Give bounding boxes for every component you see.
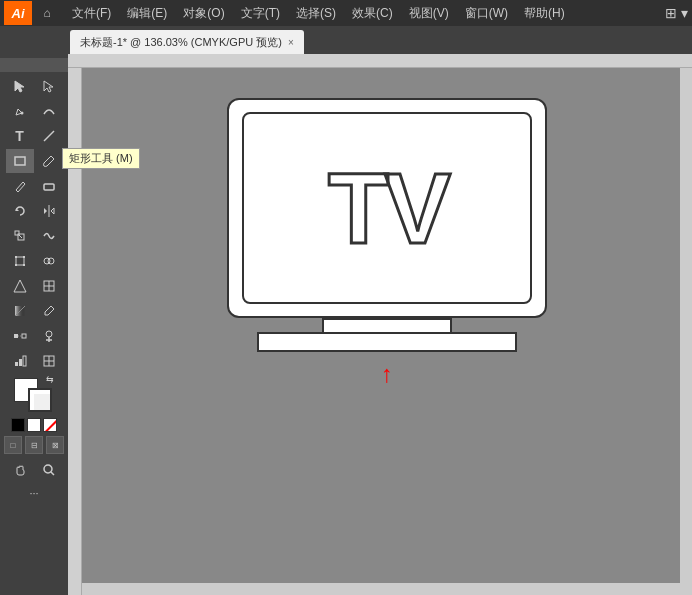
menu-effects[interactable]: 效果(C)	[344, 3, 401, 24]
menubar-items: 文件(F) 编辑(E) 对象(O) 文字(T) 选择(S) 效果(C) 视图(V…	[64, 3, 665, 24]
tool-row-11	[0, 324, 68, 348]
tool-row-nav	[0, 458, 68, 482]
none-color[interactable]	[43, 418, 57, 432]
line-tool[interactable]	[35, 124, 63, 148]
menu-select[interactable]: 选择(S)	[288, 3, 344, 24]
stroke-color[interactable]	[28, 388, 52, 412]
hand-tool[interactable]	[6, 458, 34, 482]
svg-point-29	[46, 331, 52, 337]
color-boxes[interactable]: ⇆	[14, 378, 54, 414]
canvas-content[interactable]: TV ↑	[82, 68, 692, 595]
tv-stand-base	[257, 332, 517, 352]
gradient-tool[interactable]	[6, 299, 34, 323]
pen-tool[interactable]	[6, 99, 34, 123]
menu-window[interactable]: 窗口(W)	[457, 3, 516, 24]
swap-colors-icon[interactable]: ⇆	[46, 374, 58, 386]
toolbar: T 矩形工具 (M)	[0, 54, 68, 595]
svg-marker-20	[14, 280, 26, 292]
tool-row-8	[0, 249, 68, 273]
zoom-tool[interactable]	[35, 458, 63, 482]
app-logo: Ai	[4, 1, 32, 25]
tool-row-4	[0, 149, 68, 173]
menu-view[interactable]: 视图(V)	[401, 3, 457, 24]
menubar-right: ⊞ ▾	[665, 5, 688, 21]
tab-close-button[interactable]: ×	[288, 37, 294, 48]
tabbar: 未标题-1* @ 136.03% (CMYK/GPU 预览) ×	[0, 26, 692, 54]
svg-marker-8	[44, 208, 47, 214]
type-tool[interactable]: T	[6, 124, 34, 148]
svg-marker-9	[51, 208, 54, 214]
rotate-tool[interactable]	[6, 199, 34, 223]
tool-row-3: T	[0, 124, 68, 148]
pencil-tool[interactable]	[6, 174, 34, 198]
svg-rect-5	[44, 184, 54, 190]
svg-line-39	[51, 472, 54, 475]
svg-point-38	[44, 465, 52, 473]
tv-label: TV	[328, 158, 446, 258]
svg-rect-17	[23, 264, 25, 266]
tv-arrow-indicator: ↑	[381, 360, 393, 388]
scrollbar-bottom[interactable]	[82, 583, 680, 595]
tab-title: 未标题-1* @ 136.03% (CMYK/GPU 预览)	[80, 35, 282, 50]
color-section: ⇆	[0, 378, 68, 432]
menu-object[interactable]: 对象(O)	[175, 3, 232, 24]
svg-rect-27	[22, 334, 26, 338]
menu-edit[interactable]: 编辑(E)	[119, 3, 175, 24]
svg-rect-4	[15, 157, 25, 165]
scrollbar-right[interactable]	[680, 68, 692, 595]
select-tool[interactable]	[6, 74, 34, 98]
mesh-tool[interactable]	[35, 274, 63, 298]
svg-rect-13	[16, 257, 24, 265]
chart-tool[interactable]	[6, 349, 34, 373]
blend-tool[interactable]	[6, 324, 34, 348]
svg-point-19	[48, 258, 54, 264]
warp-tool[interactable]	[35, 224, 63, 248]
tool-row-5	[0, 174, 68, 198]
workspace-icon[interactable]: ⊞ ▾	[665, 5, 688, 21]
white-fill[interactable]	[27, 418, 41, 432]
svg-rect-34	[23, 356, 26, 366]
tv-screen-inner: TV	[242, 112, 532, 304]
eyedropper-tool[interactable]	[35, 299, 63, 323]
tv-screen-outer: TV	[227, 98, 547, 318]
normal-mode[interactable]: □	[4, 436, 22, 454]
document-tab[interactable]: 未标题-1* @ 136.03% (CMYK/GPU 预览) ×	[70, 30, 304, 54]
paintbrush-tool[interactable]	[35, 149, 63, 173]
ruler-top	[68, 54, 692, 68]
tool-row-10	[0, 299, 68, 323]
tool-row-1	[0, 74, 68, 98]
toolbar-ruler	[0, 58, 68, 72]
svg-point-2	[20, 112, 23, 115]
more-tools[interactable]: ···	[0, 487, 68, 499]
curvature-tool[interactable]	[35, 99, 63, 123]
behind-mode[interactable]: ⊟	[25, 436, 43, 454]
menu-help[interactable]: 帮助(H)	[516, 3, 573, 24]
slice-tool[interactable]	[35, 349, 63, 373]
svg-rect-14	[15, 256, 17, 258]
shape-builder-tool[interactable]	[35, 249, 63, 273]
reflect-tool[interactable]	[35, 199, 63, 223]
tool-row-2	[0, 99, 68, 123]
direct-select-tool[interactable]	[35, 74, 63, 98]
tv-illustration: TV ↑	[227, 98, 547, 388]
inside-mode[interactable]: ⊠	[46, 436, 64, 454]
eraser-tool[interactable]	[35, 174, 63, 198]
black-fill[interactable]	[11, 418, 25, 432]
menu-file[interactable]: 文件(F)	[64, 3, 119, 24]
svg-marker-0	[15, 81, 24, 92]
rect-tool[interactable]	[6, 149, 34, 173]
tool-row-12	[0, 349, 68, 373]
svg-rect-26	[14, 334, 18, 338]
svg-line-3	[44, 131, 54, 141]
scale-tool[interactable]	[6, 224, 34, 248]
symbol-sprayer-tool[interactable]	[35, 324, 63, 348]
free-transform-tool[interactable]	[6, 249, 34, 273]
main-layout: T 矩形工具 (M)	[0, 54, 692, 595]
menu-text[interactable]: 文字(T)	[233, 3, 288, 24]
svg-rect-33	[19, 359, 22, 366]
color-defaults-row	[11, 418, 57, 432]
svg-marker-1	[44, 81, 53, 92]
tool-row-9	[0, 274, 68, 298]
perspective-tool[interactable]	[6, 274, 34, 298]
home-icon[interactable]: ⌂	[36, 2, 58, 24]
